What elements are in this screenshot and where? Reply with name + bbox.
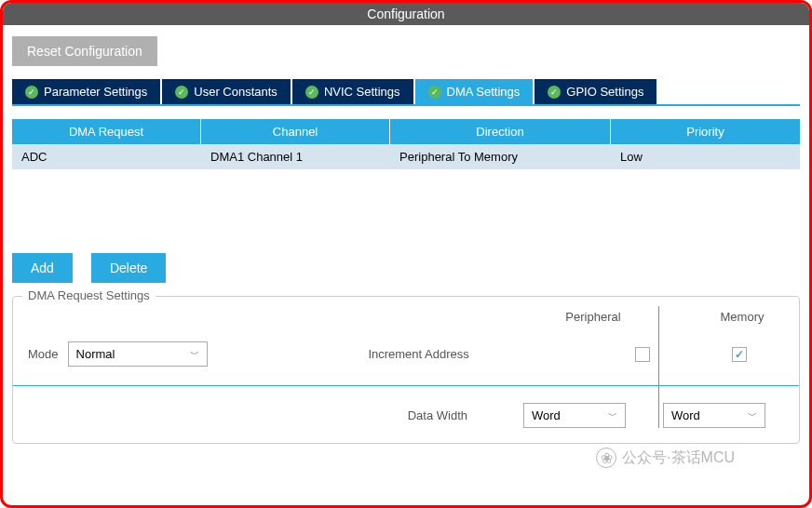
column-headers: Peripheral Memory: [551, 310, 784, 324]
tab-label: Parameter Settings: [44, 85, 147, 99]
mode-group: Mode Normal ﹀: [28, 341, 368, 367]
chevron-down-icon: ﹀: [748, 409, 757, 422]
check-icon: ✓: [175, 86, 188, 99]
mode-value: Normal: [76, 347, 115, 361]
content-area: Reset Configuration ✓ Parameter Settings…: [3, 25, 809, 455]
tab-label: NVIC Settings: [324, 85, 400, 99]
tab-parameter-settings[interactable]: ✓ Parameter Settings: [12, 79, 160, 104]
memory-data-width-select[interactable]: Word ﹀: [663, 403, 765, 428]
tab-gpio-settings[interactable]: ✓ GPIO Settings: [535, 79, 656, 104]
tab-user-constants[interactable]: ✓ User Constants: [162, 79, 291, 104]
delete-button[interactable]: Delete: [91, 253, 166, 283]
add-button[interactable]: Add: [12, 253, 73, 283]
reset-configuration-button[interactable]: Reset Configuration: [12, 36, 157, 66]
memory-header: Memory: [700, 310, 784, 324]
dma-table: DMA Request Channel Direction Priority A…: [12, 119, 800, 169]
tab-label: DMA Settings: [447, 85, 521, 99]
peripheral-data-width-value: Word: [532, 408, 561, 422]
header-channel: Channel: [201, 119, 390, 144]
settings-row-data-width: Data Width Word ﹀ Word ﹀: [28, 403, 784, 428]
action-buttons: Add Delete: [12, 253, 800, 283]
check-icon: ✓: [428, 86, 441, 99]
header-direction: Direction: [390, 119, 611, 144]
table-header: DMA Request Channel Direction Priority: [12, 119, 800, 144]
memory-increment-checkbox[interactable]: [732, 347, 747, 362]
dma-request-settings-fieldset: DMA Request Settings Peripheral Memory M…: [12, 296, 800, 444]
tab-label: User Constants: [194, 85, 277, 99]
cell-channel: DMA1 Channel 1: [201, 144, 390, 169]
horizontal-divider: [13, 385, 799, 386]
vertical-divider: [658, 306, 659, 428]
increment-address-label: Increment Address: [368, 347, 468, 361]
check-icon: ✓: [305, 86, 318, 99]
chevron-down-icon: ﹀: [608, 409, 617, 422]
cell-direction: Peripheral To Memory: [390, 144, 611, 169]
checkbox-group: [635, 347, 784, 362]
cell-request: ADC: [12, 144, 201, 169]
peripheral-header: Peripheral: [551, 310, 635, 324]
header-dma-request: DMA Request: [12, 119, 201, 144]
tab-bar: ✓ Parameter Settings ✓ User Constants ✓ …: [12, 79, 800, 106]
check-icon: ✓: [25, 86, 38, 99]
tab-dma-settings[interactable]: ✓ DMA Settings: [415, 79, 534, 104]
peripheral-data-width-select[interactable]: Word ﹀: [523, 403, 626, 428]
table-row[interactable]: ADC DMA1 Channel 1 Peripheral To Memory …: [12, 144, 800, 169]
check-icon: ✓: [548, 86, 561, 99]
mode-label: Mode: [28, 347, 59, 361]
panel-title: Configuration: [367, 7, 444, 21]
tab-label: GPIO Settings: [566, 85, 643, 99]
title-bar: Configuration: [3, 3, 809, 25]
tab-nvic-settings[interactable]: ✓ NVIC Settings: [292, 79, 413, 104]
header-priority: Priority: [611, 119, 800, 144]
fieldset-legend: DMA Request Settings: [22, 288, 156, 302]
peripheral-increment-checkbox[interactable]: [635, 347, 650, 362]
mode-select[interactable]: Normal ﹀: [68, 341, 208, 367]
memory-data-width-value: Word: [671, 408, 700, 422]
cell-priority: Low: [611, 144, 800, 169]
settings-row-mode: Mode Normal ﹀ Increment Address: [28, 341, 784, 367]
chevron-down-icon: ﹀: [190, 348, 199, 361]
config-panel: Configuration Reset Configuration ✓ Para…: [0, 0, 812, 508]
data-width-label: Data Width: [408, 408, 467, 422]
